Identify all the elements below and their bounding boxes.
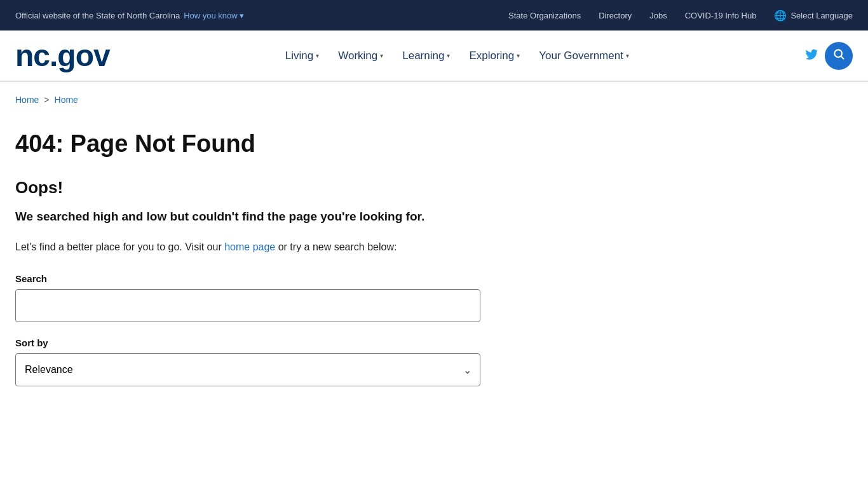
top-bar-left: Official website of the State of North C… (15, 11, 244, 20)
svg-line-1 (841, 57, 844, 59)
search-label: Search (15, 273, 480, 284)
suggestion-before: Let's find a better place for you to go.… (15, 241, 224, 252)
globe-icon: 🌐 (774, 10, 787, 22)
exploring-caret: ▾ (517, 52, 520, 59)
top-bar-right: State Organizations Directory Jobs COVID… (508, 10, 853, 22)
sort-select[interactable]: Relevance (15, 353, 480, 386)
official-text: Official website of the State of North C… (15, 11, 180, 20)
not-found-description: We searched high and low but couldn't fi… (15, 208, 480, 226)
search-form: Search Sort by Relevance ⌄ (15, 273, 480, 386)
breadcrumb-home-2[interactable]: Home (55, 95, 78, 105)
oops-heading: Oops! (15, 178, 480, 198)
living-caret: ▾ (316, 52, 319, 59)
breadcrumb-home-1[interactable]: Home (15, 95, 39, 105)
site-header: nc.gov Living ▾ Working ▾ Learning ▾ Exp… (0, 30, 868, 81)
your-government-caret: ▾ (626, 52, 629, 59)
nav-actions (804, 42, 853, 70)
site-logo[interactable]: nc.gov (15, 41, 110, 71)
learning-caret: ▾ (447, 52, 450, 59)
main-navigation: Living ▾ Working ▾ Learning ▾ Exploring … (278, 44, 637, 67)
nav-exploring[interactable]: Exploring ▾ (461, 44, 527, 67)
suggestion-after: or try a new search below: (275, 241, 397, 252)
nav-living-label: Living (285, 50, 313, 62)
breadcrumb: Home > Home (0, 82, 868, 110)
sort-select-wrapper: Relevance ⌄ (15, 353, 480, 386)
top-bar: Official website of the State of North C… (0, 0, 868, 30)
search-input[interactable] (15, 289, 480, 322)
search-icon (832, 48, 845, 64)
main-content: 404: Page Not Found Oops! We searched hi… (0, 110, 496, 424)
breadcrumb-separator: > (44, 95, 49, 105)
search-button[interactable] (825, 42, 853, 70)
suggestion-text: Let's find a better place for you to go.… (15, 241, 480, 253)
nav-learning[interactable]: Learning ▾ (395, 44, 458, 67)
twitter-button[interactable] (804, 47, 818, 65)
how-you-know-text: How you know (184, 11, 238, 20)
sort-label: Sort by (15, 337, 480, 348)
select-language-label: Select Language (790, 11, 853, 20)
nav-living[interactable]: Living ▾ (278, 44, 327, 67)
how-you-know-link[interactable]: How you know ▾ (184, 11, 244, 20)
nav-your-government-label: Your Government (539, 50, 623, 62)
nav-working-label: Working (338, 50, 377, 62)
nav-working[interactable]: Working ▾ (330, 44, 391, 67)
directory-link[interactable]: Directory (599, 11, 632, 20)
covid-link[interactable]: COVID-19 Info Hub (685, 11, 757, 20)
language-selector[interactable]: 🌐 Select Language (774, 10, 853, 22)
working-caret: ▾ (380, 52, 383, 59)
nav-learning-label: Learning (402, 50, 444, 62)
twitter-icon (804, 47, 818, 65)
nav-exploring-label: Exploring (469, 50, 514, 62)
home-page-link[interactable]: home page (224, 241, 275, 252)
error-title: 404: Page Not Found (15, 130, 480, 158)
state-orgs-link[interactable]: State Organizations (508, 11, 581, 20)
how-you-know-caret: ▾ (240, 11, 244, 20)
nav-your-government[interactable]: Your Government ▾ (531, 44, 637, 67)
jobs-link[interactable]: Jobs (649, 11, 667, 20)
